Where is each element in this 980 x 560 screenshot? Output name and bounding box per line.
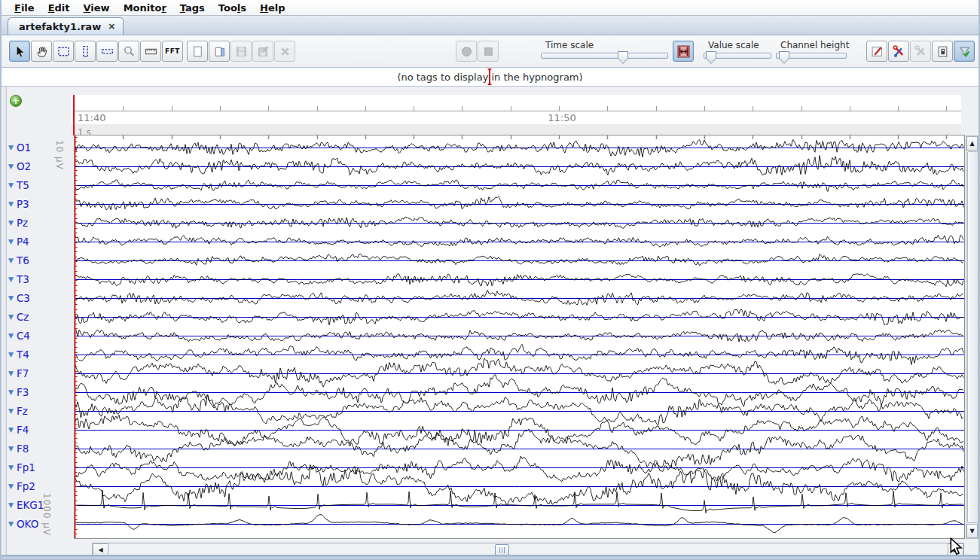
- channel-expand-icon[interactable]: ▼: [8, 464, 14, 471]
- channel-row-t5[interactable]: ▼T5: [8, 179, 29, 191]
- channel-expand-icon[interactable]: ▼: [8, 276, 14, 283]
- column-selection-button[interactable]: [75, 41, 96, 62]
- ruler-tool-button[interactable]: [140, 41, 161, 62]
- minute-tick: [268, 106, 269, 111]
- time-slider-thumb[interactable]: [618, 51, 628, 64]
- channel-row-fp2[interactable]: ▼Fp2: [8, 480, 35, 492]
- open-document-icon: [213, 45, 226, 58]
- channel-expand-icon[interactable]: ▼: [8, 314, 14, 321]
- channel-row-t3[interactable]: ▼T3: [8, 273, 29, 285]
- channel-row-t6[interactable]: ▼T6: [8, 254, 29, 266]
- channel-expand-icon[interactable]: ▼: [8, 483, 14, 490]
- vertical-scrollbar[interactable]: ▲ ▼: [966, 135, 978, 539]
- channel-row-c4[interactable]: ▼C4: [8, 330, 30, 342]
- value-slider-label: Value scale: [708, 40, 771, 50]
- channel-expand-icon[interactable]: ▼: [8, 521, 14, 528]
- channel-expand-icon[interactable]: ▼: [8, 220, 14, 227]
- time-slider-track[interactable]: [541, 53, 668, 59]
- channel-row-o1[interactable]: ▼O1: [8, 142, 31, 154]
- vertical-scroll-thumb[interactable]: [967, 151, 978, 523]
- channel-expand-icon[interactable]: ▼: [8, 295, 14, 302]
- rect-selection-button[interactable]: [53, 41, 74, 62]
- channel-slider-thumb[interactable]: [779, 51, 789, 64]
- open-document-button[interactable]: [209, 41, 230, 62]
- edit-montage-button[interactable]: [866, 41, 887, 62]
- eeg-value-scale-label: 10 µV: [54, 140, 65, 170]
- channel-row-ekg1[interactable]: ▼EKG1: [8, 499, 44, 511]
- zoom-tool-button[interactable]: [118, 41, 139, 62]
- menu-item-edit[interactable]: Edit: [41, 2, 77, 14]
- scroll-right-button[interactable]: ▶: [948, 543, 963, 555]
- channel-row-oko[interactable]: ▼OKO: [8, 518, 38, 530]
- channel-expand-icon[interactable]: ▼: [8, 427, 14, 434]
- channel-expand-icon[interactable]: ▼: [8, 182, 14, 189]
- channel-row-fp1[interactable]: ▼Fp1: [8, 461, 35, 473]
- menu-item-file[interactable]: File: [8, 2, 41, 14]
- hand-icon: [35, 45, 48, 58]
- filter-check-icon: [958, 45, 971, 58]
- value-slider-thumb[interactable]: [706, 51, 716, 64]
- filter-toggle-button[interactable]: [954, 41, 975, 62]
- ruler-icon: [145, 45, 157, 58]
- select-tool-button[interactable]: [9, 41, 30, 62]
- hypnogram-strip[interactable]: (no tags to display in the hypnogram): [2, 68, 978, 87]
- menu-item-help[interactable]: Help: [253, 2, 292, 14]
- channel-expand-icon[interactable]: ▼: [8, 145, 14, 151]
- channel-row-fz[interactable]: ▼Fz: [8, 405, 28, 417]
- signal-plot-frame: [74, 135, 965, 539]
- time-ruler-axis: [75, 111, 961, 111]
- new-document-button[interactable]: [187, 41, 208, 62]
- menu-item-view[interactable]: View: [77, 2, 117, 14]
- channel-expand-icon[interactable]: ▼: [8, 201, 14, 208]
- minute-tick: [753, 106, 753, 111]
- sidebar-splitter[interactable]: [2, 87, 7, 558]
- channel-row-p4[interactable]: ▼P4: [8, 236, 29, 248]
- channel-expand-icon[interactable]: ▼: [8, 389, 14, 396]
- menu-item-monitor[interactable]: Monitor: [117, 2, 173, 14]
- value-slider-track[interactable]: [704, 53, 771, 59]
- toolbar-file-group: [187, 41, 295, 62]
- channel-row-p3[interactable]: ▼P3: [8, 198, 29, 210]
- row-selection-button[interactable]: [96, 41, 118, 62]
- channel-expand-icon[interactable]: ▼: [8, 352, 14, 358]
- hypnogram-position-marker[interactable]: [489, 68, 490, 85]
- time-slider-label: Time scale: [545, 40, 668, 50]
- tab-artefakty1-raw[interactable]: artefakty1.raw ×: [8, 17, 124, 35]
- add-channel-button[interactable]: +: [10, 95, 22, 107]
- channel-slider-track[interactable]: [776, 53, 847, 59]
- channel-expand-icon[interactable]: ▼: [8, 502, 14, 509]
- scroll-up-button[interactable]: ▲: [966, 136, 978, 151]
- document-preferences-button[interactable]: [932, 41, 953, 62]
- channel-row-cz[interactable]: ▼Cz: [8, 311, 29, 323]
- channel-label: Cz: [17, 311, 29, 323]
- channel-expand-icon[interactable]: ▼: [8, 257, 14, 264]
- channel-expand-icon[interactable]: ▼: [8, 163, 14, 170]
- tab-close-icon[interactable]: ×: [108, 23, 115, 30]
- channel-expand-icon[interactable]: ▼: [8, 239, 14, 245]
- channel-height-slider: Channel height: [776, 40, 849, 59]
- time-label-11-40: 11:40: [78, 112, 105, 123]
- channel-row-f7[interactable]: ▼F7: [8, 367, 29, 379]
- signal-cursor-line: [73, 95, 75, 135]
- scroll-left-button[interactable]: ◀: [93, 543, 108, 555]
- channel-row-c3[interactable]: ▼C3: [8, 292, 30, 304]
- menu-item-tags[interactable]: Tags: [173, 2, 212, 14]
- channel-row-o2[interactable]: ▼O2: [8, 160, 31, 172]
- minute-tick: [220, 106, 221, 111]
- fit-time-scale-button[interactable]: [673, 41, 694, 62]
- fft-tool-button[interactable]: FFT: [162, 41, 183, 62]
- channel-row-f3[interactable]: ▼F3: [8, 386, 29, 398]
- channel-expand-icon[interactable]: ▼: [8, 446, 14, 452]
- signal-plot-canvas[interactable]: [75, 135, 964, 538]
- scroll-down-button[interactable]: ▼: [966, 524, 978, 538]
- signal-tools-button[interactable]: [888, 41, 909, 62]
- channel-expand-icon[interactable]: ▼: [8, 370, 14, 377]
- channel-row-f4[interactable]: ▼F4: [8, 424, 29, 436]
- channel-expand-icon[interactable]: ▼: [8, 333, 14, 339]
- channel-row-pz[interactable]: ▼Pz: [8, 217, 28, 229]
- channel-row-f8[interactable]: ▼F8: [8, 443, 29, 455]
- menu-item-tools[interactable]: Tools: [212, 2, 253, 14]
- channel-row-t4[interactable]: ▼T4: [8, 348, 29, 361]
- pan-tool-button[interactable]: [31, 41, 52, 62]
- channel-expand-icon[interactable]: ▼: [8, 408, 14, 415]
